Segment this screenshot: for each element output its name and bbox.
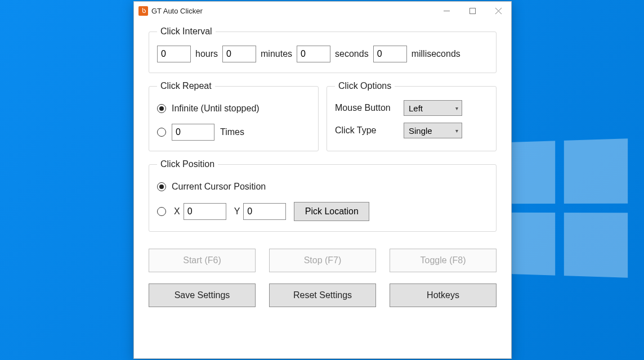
click-position-legend: Click Position bbox=[157, 159, 218, 169]
maximize-button[interactable] bbox=[459, 2, 485, 20]
hours-input[interactable] bbox=[157, 46, 191, 62]
milliseconds-input[interactable] bbox=[373, 46, 407, 62]
desktop-windows-logo bbox=[495, 138, 628, 278]
chevron-down-icon: ▾ bbox=[455, 105, 458, 111]
click-repeat-group: Click Repeat Infinite (Until stopped) Ti… bbox=[149, 81, 319, 151]
app-window: GT Auto Clicker Click Interval hours min… bbox=[133, 1, 512, 359]
click-type-label: Click Type bbox=[335, 125, 397, 136]
minutes-label: minutes bbox=[261, 49, 292, 59]
mouse-button-label: Mouse Button bbox=[335, 103, 397, 113]
mouse-button-value: Left bbox=[409, 104, 423, 113]
times-label: Times bbox=[220, 127, 244, 137]
toggle-button[interactable]: Toggle (F8) bbox=[390, 249, 497, 272]
seconds-label: seconds bbox=[335, 49, 369, 59]
close-button[interactable] bbox=[485, 2, 511, 20]
minimize-button[interactable] bbox=[433, 2, 459, 20]
click-options-group: Click Options Mouse Button Left ▾ Click … bbox=[327, 81, 497, 151]
svg-rect-1 bbox=[469, 8, 475, 14]
click-repeat-legend: Click Repeat bbox=[157, 81, 215, 91]
click-interval-group: Click Interval hours minutes seconds mil… bbox=[149, 26, 497, 73]
x-label: X bbox=[174, 206, 180, 217]
seconds-input[interactable] bbox=[297, 46, 330, 62]
y-label: Y bbox=[234, 206, 240, 217]
mouse-button-select[interactable]: Left ▾ bbox=[404, 100, 462, 116]
times-input[interactable] bbox=[172, 124, 214, 141]
milliseconds-label: milliseconds bbox=[412, 49, 460, 59]
content-area: Click Interval hours minutes seconds mil… bbox=[134, 20, 511, 316]
titlebar[interactable]: GT Auto Clicker bbox=[134, 2, 511, 20]
save-settings-button[interactable]: Save Settings bbox=[149, 284, 256, 307]
hotkeys-button[interactable]: Hotkeys bbox=[390, 284, 497, 307]
click-type-select[interactable]: Single ▾ bbox=[404, 123, 462, 138]
click-options-legend: Click Options bbox=[335, 81, 395, 91]
app-icon bbox=[138, 6, 148, 16]
current-position-label: Current Cursor Position bbox=[172, 182, 266, 192]
start-button[interactable]: Start (F6) bbox=[149, 249, 256, 272]
infinite-radio[interactable] bbox=[157, 104, 166, 113]
pick-location-button[interactable]: Pick Location bbox=[294, 202, 369, 221]
x-input[interactable] bbox=[184, 203, 226, 220]
infinite-label: Infinite (Until stopped) bbox=[172, 104, 260, 114]
window-controls bbox=[433, 2, 511, 20]
times-radio[interactable] bbox=[157, 128, 166, 137]
hours-label: hours bbox=[195, 49, 218, 59]
stop-button[interactable]: Stop (F7) bbox=[269, 249, 376, 272]
current-position-radio[interactable] bbox=[157, 182, 166, 191]
y-input[interactable] bbox=[243, 203, 286, 220]
chevron-down-icon: ▾ bbox=[455, 128, 458, 134]
window-title: GT Auto Clicker bbox=[151, 7, 203, 15]
click-type-value: Single bbox=[409, 126, 432, 136]
click-interval-legend: Click Interval bbox=[157, 26, 216, 37]
xy-radio[interactable] bbox=[157, 207, 166, 216]
click-position-group: Click Position Current Cursor Position X… bbox=[149, 159, 497, 232]
minutes-input[interactable] bbox=[222, 46, 256, 62]
reset-settings-button[interactable]: Reset Settings bbox=[269, 284, 376, 307]
